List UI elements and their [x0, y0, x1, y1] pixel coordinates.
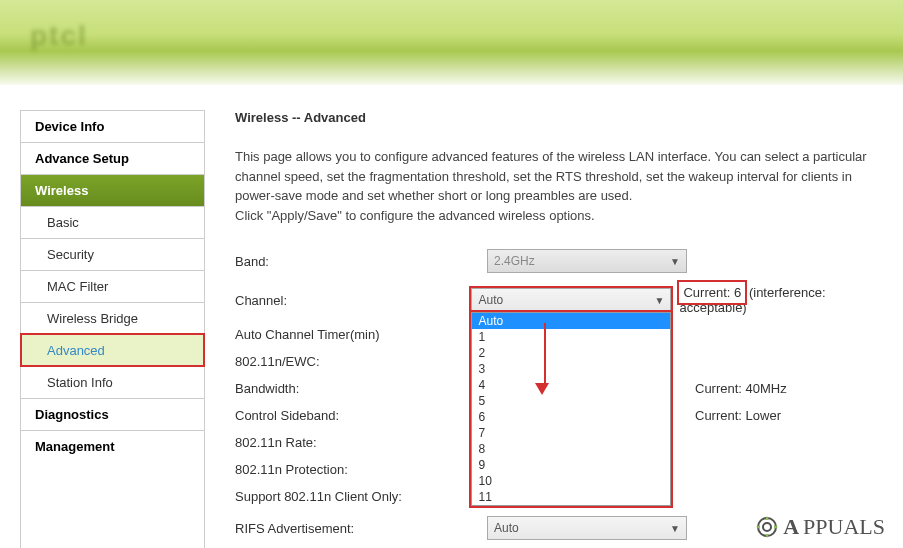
label-bandwidth: Bandwidth:: [235, 381, 487, 396]
select-band[interactable]: 2.4GHz ▼: [487, 249, 687, 273]
logo-area: ptcl: [0, 0, 903, 72]
label-channel: Channel:: [235, 293, 471, 308]
page-title: Wireless -- Advanced: [235, 110, 883, 125]
select-channel-value: Auto: [478, 293, 503, 307]
channel-option-6[interactable]: 6: [472, 409, 670, 425]
svg-point-0: [758, 518, 776, 536]
svg-point-1: [763, 523, 771, 531]
bandwidth-status: Current: 40MHz: [695, 381, 787, 396]
channel-option-9[interactable]: 9: [472, 457, 670, 473]
page-header-banner: ptcl: [0, 0, 903, 85]
channel-status: Current: 6 (interference: acceptable): [679, 285, 883, 315]
label-band: Band:: [235, 254, 487, 269]
chevron-down-icon: ▼: [655, 295, 665, 306]
sidebar-item-diagnostics[interactable]: Diagnostics: [21, 398, 204, 430]
sidebar-item-station-info[interactable]: Station Info: [21, 366, 204, 398]
sidebar-nav: Device Info Advance Setup Wireless Basic…: [20, 110, 205, 548]
select-rifs[interactable]: Auto ▼: [487, 516, 687, 540]
row-channel: Channel: Auto ▼ Auto 1 2 3 4 5 6 7 8 9: [235, 285, 883, 315]
chevron-down-icon: ▼: [670, 256, 680, 267]
sideband-status: Current: Lower: [695, 408, 781, 423]
label-rifs: RIFS Advertisement:: [235, 521, 487, 536]
sidebar-item-advanced[interactable]: Advanced: [21, 334, 204, 366]
sidebar-item-wireless-bridge[interactable]: Wireless Bridge: [21, 302, 204, 334]
title-sep: --: [288, 110, 303, 125]
sidebar-item-mac-filter[interactable]: MAC Filter: [21, 270, 204, 302]
title-prefix: Wireless: [235, 110, 288, 125]
sidebar-item-security[interactable]: Security: [21, 238, 204, 270]
select-rifs-value: Auto: [494, 521, 519, 535]
sidebar-item-device-info[interactable]: Device Info: [21, 110, 204, 142]
channel-option-1[interactable]: 1: [472, 329, 670, 345]
watermark-logo: APPUALS: [755, 514, 885, 540]
page-description: This page allows you to configure advanc…: [235, 147, 883, 225]
label-auto-timer: Auto Channel Timer(min): [235, 327, 487, 342]
sidebar-item-wireless[interactable]: Wireless: [21, 174, 204, 206]
label-protection: 802.11n Protection:: [235, 462, 487, 477]
sidebar-item-management[interactable]: Management: [21, 430, 204, 462]
channel-option-3[interactable]: 3: [472, 361, 670, 377]
channel-option-2[interactable]: 2: [472, 345, 670, 361]
chevron-down-icon: ▼: [670, 523, 680, 534]
row-band: Band: 2.4GHz ▼: [235, 249, 883, 273]
sidebar-item-advance-setup[interactable]: Advance Setup: [21, 142, 204, 174]
brand-logo: ptcl: [30, 20, 88, 52]
label-ewc: 802.11n/EWC:: [235, 354, 487, 369]
channel-option-auto[interactable]: Auto: [472, 313, 670, 329]
channel-option-8[interactable]: 8: [472, 441, 670, 457]
label-client-only: Support 802.11n Client Only:: [235, 489, 487, 504]
channel-dropdown: Auto 1 2 3 4 5 6 7 8 9 10 11: [471, 312, 671, 506]
channel-option-7[interactable]: 7: [472, 425, 670, 441]
channel-option-11[interactable]: 11: [472, 489, 670, 505]
select-channel[interactable]: Auto ▼: [471, 288, 671, 312]
title-suffix: Advanced: [304, 110, 366, 125]
target-icon: [755, 515, 779, 539]
channel-option-10[interactable]: 10: [472, 473, 670, 489]
description-line-1: This page allows you to configure advanc…: [235, 147, 883, 206]
select-band-value: 2.4GHz: [494, 254, 535, 268]
sidebar-item-basic[interactable]: Basic: [21, 206, 204, 238]
description-line-2: Click "Apply/Save" to configure the adva…: [235, 206, 883, 226]
main-content: Wireless -- Advanced This page allows yo…: [205, 110, 883, 548]
label-rate: 802.11n Rate:: [235, 435, 487, 450]
label-sideband: Control Sideband:: [235, 408, 487, 423]
channel-option-4[interactable]: 4: [472, 377, 670, 393]
channel-option-5[interactable]: 5: [472, 393, 670, 409]
